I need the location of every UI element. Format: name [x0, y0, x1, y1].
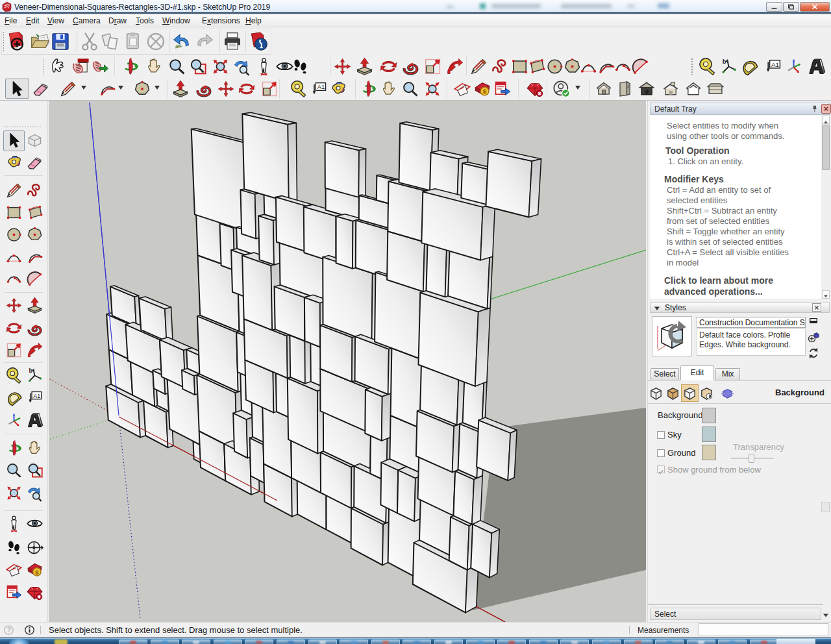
- svg-text:A1: A1: [33, 393, 40, 399]
- svg-text:A1: A1: [317, 84, 325, 90]
- svg-text:$: $: [35, 569, 39, 576]
- svg-text:b: b: [723, 58, 726, 65]
- svg-text:b: b: [29, 367, 33, 374]
- svg-text:A1: A1: [771, 61, 779, 68]
- svg-text:?: ?: [7, 626, 11, 634]
- svg-text:$: $: [483, 88, 487, 95]
